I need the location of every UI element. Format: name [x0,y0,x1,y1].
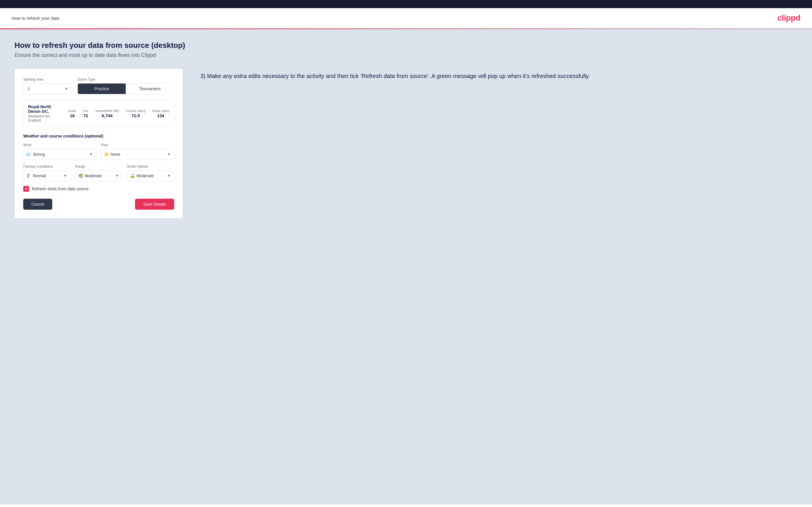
course-rating-label: Course rating [126,109,145,113]
page-subtitle: Ensure the correct and most up to date d… [14,52,798,58]
rough-group: Rough 🌿 Moderate Light Heavy Normal ▼ [75,164,122,181]
top-form-row: Starting Hole 1 2 3 ▼ Game Type Practice [23,77,174,94]
rain-select[interactable]: None Light Moderate Heavy [101,149,174,160]
starting-hole-label: Starting Hole [23,77,72,81]
green-speed-group: Green Speed ⛳ Moderate Slow Medium Fast … [127,164,174,181]
green-speed-select-wrapper: ⛳ Moderate Slow Medium Fast ▼ [127,170,174,181]
wind-rain-row: Wind 💨 Strong None Light Moderate ▼ Rain [23,143,174,160]
fairway-select[interactable]: Normal Wet Dry Very Dry [23,170,70,181]
wind-label: Wind [23,143,96,147]
wind-select-wrapper: 💨 Strong None Light Moderate ▼ [23,149,96,160]
refresh-checkbox[interactable]: ✓ [23,186,29,192]
wind-select[interactable]: Strong None Light Moderate [23,149,96,160]
course-stats: Holes 18 Par 72 Yards/White (M)) 6,744 C… [68,109,169,118]
course-name: Royal North Devon GC, [28,104,62,114]
instruction-panel: 3) Make any extra edits necessary to the… [200,69,798,80]
header-title: How to refresh your data [12,16,59,20]
starting-hole-select[interactable]: 1 2 3 [23,83,72,94]
refresh-label: Refresh shots from data source [32,186,89,191]
rain-select-wrapper: ☀️ None Light Moderate Heavy ▼ [101,149,174,160]
form-actions: Cancel Save Details [23,199,174,210]
game-type-label: Game Type [78,77,174,81]
rain-label: Rain [101,143,174,147]
rough-select-wrapper: 🌿 Moderate Light Heavy Normal ▼ [75,170,122,181]
content-row: Starting Hole 1 2 3 ▼ Game Type Practice [14,69,798,218]
fairway-label: Fairway Conditions [23,164,70,169]
course-info-box: Royal North Devon GC, Westward Ho!, Engl… [23,100,174,127]
course-name-block: Royal North Devon GC, Westward Ho!, Engl… [28,104,62,122]
conditions-section-title: Weather and course conditions (optional) [23,134,174,138]
form-panel: Starting Hole 1 2 3 ▼ Game Type Practice [14,69,183,218]
green-speed-select[interactable]: Moderate Slow Medium Fast [127,170,174,181]
course-rating-value: 72.5 [126,113,145,118]
logo: clippd [777,13,800,22]
instruction-text: 3) Make any extra edits necessary to the… [200,72,798,80]
yards-label: Yards/White (M)) [95,109,119,113]
course-stat-slope-rating: Slope rating 134 [152,109,169,118]
main-content: How to refresh your data from source (de… [0,29,812,504]
par-value: 72 [83,113,88,118]
game-type-buttons: Practice Tournament [78,83,174,94]
course-location: Westward Ho!, England [28,114,62,122]
page-title: How to refresh your data from source (de… [14,41,798,50]
slope-rating-label: Slope rating [152,109,169,113]
game-type-group: Game Type Practice Tournament [78,77,174,94]
rough-select[interactable]: Moderate Light Heavy Normal [75,170,122,181]
yards-value: 6,744 [95,113,119,118]
course-stat-yards: Yards/White (M)) 6,744 [95,109,119,118]
rain-group: Rain ☀️ None Light Moderate Heavy ▼ [101,143,174,160]
slope-rating-value: 134 [152,113,169,118]
refresh-checkbox-row: ✓ Refresh shots from data source [23,186,174,192]
tournament-button[interactable]: Tournament [126,83,174,94]
rough-label: Rough [75,164,122,169]
course-stat-holes: Holes 18 [68,109,77,118]
practice-button[interactable]: Practice [78,83,126,94]
fairway-group: Fairway Conditions 🏌 Normal Wet Dry Very… [23,164,70,181]
starting-hole-group: Starting Hole 1 2 3 ▼ [23,77,72,94]
wind-group: Wind 💨 Strong None Light Moderate ▼ [23,143,96,160]
save-button[interactable]: Save Details [135,199,174,210]
checkmark-icon: ✓ [25,187,28,191]
fairway-rough-green-row: Fairway Conditions 🏌 Normal Wet Dry Very… [23,164,174,181]
course-stat-course-rating: Course rating 72.5 [126,109,145,118]
footer: Copyright Clippd 2022 [0,504,812,507]
course-stat-par: Par 72 [83,109,88,118]
cancel-button[interactable]: Cancel [23,199,52,210]
top-bar [0,0,812,8]
header: How to refresh your data clippd [0,8,812,29]
holes-label: Holes [68,109,77,113]
starting-hole-wrapper: 1 2 3 ▼ [23,83,72,94]
green-speed-label: Green Speed [127,164,174,169]
par-label: Par [83,109,88,113]
fairway-select-wrapper: 🏌 Normal Wet Dry Very Dry ▼ [23,170,70,181]
holes-value: 18 [68,113,77,118]
